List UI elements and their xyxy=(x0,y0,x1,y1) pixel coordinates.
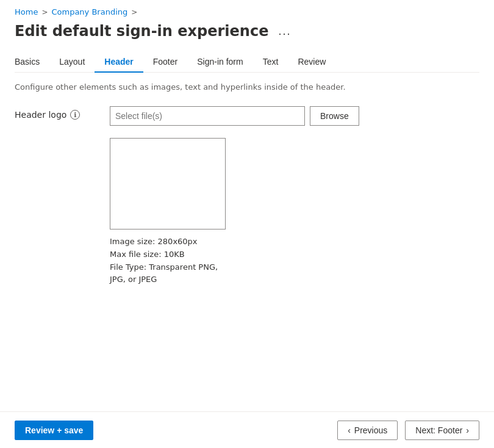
tabs-bar: Basics Layout Header Footer Sign-in form… xyxy=(15,52,479,73)
image-specs: Image size: 280x60px Max file size: 10KB… xyxy=(110,236,479,286)
page-title-row: Edit default sign-in experience ... xyxy=(15,23,479,40)
tab-layout[interactable]: Layout xyxy=(49,52,95,73)
file-input[interactable] xyxy=(110,106,305,126)
image-spec-size: Image size: 280x60px xyxy=(110,236,479,248)
review-save-button[interactable]: Review + save xyxy=(15,421,93,440)
previous-button[interactable]: ‹ Previous xyxy=(337,421,398,440)
section-description: Configure other elements such as images,… xyxy=(15,82,479,92)
image-spec-filesize: Max file size: 10KB xyxy=(110,248,479,261)
image-preview-section: Image size: 280x60px Max file size: 10KB… xyxy=(110,138,479,286)
header-logo-label: Header logo ℹ xyxy=(15,106,100,120)
breadcrumb: Home > Company Branding > xyxy=(15,7,479,16)
next-button[interactable]: Next: Footer › xyxy=(405,421,479,440)
breadcrumb-separator-2: > xyxy=(131,8,137,16)
page-container: Home > Company Branding > Edit default s… xyxy=(0,0,494,335)
chevron-right-icon: › xyxy=(466,425,469,435)
header-logo-label-text: Header logo xyxy=(15,110,66,120)
header-logo-form-row: Header logo ℹ Browse xyxy=(15,106,479,126)
image-spec-filetype-2: JPG, or JPEG xyxy=(110,273,479,286)
tab-signin-form[interactable]: Sign-in form xyxy=(187,52,252,73)
image-preview-box xyxy=(110,138,226,229)
file-input-group: Browse xyxy=(110,106,359,126)
page-title: Edit default sign-in experience xyxy=(15,23,268,40)
previous-label: Previous xyxy=(354,425,387,435)
breadcrumb-company-branding[interactable]: Company Branding xyxy=(51,7,127,16)
tab-header[interactable]: Header xyxy=(95,52,143,73)
browse-button[interactable]: Browse xyxy=(310,106,359,126)
footer-bar: Review + save ‹ Previous Next: Footer › xyxy=(0,411,494,448)
tab-review[interactable]: Review xyxy=(288,52,335,73)
header-logo-info-icon[interactable]: ℹ xyxy=(70,110,80,120)
chevron-left-icon: ‹ xyxy=(348,425,351,435)
more-options-button[interactable]: ... xyxy=(274,24,295,39)
tab-text[interactable]: Text xyxy=(253,52,288,73)
tab-footer[interactable]: Footer xyxy=(143,52,187,73)
next-label: Next: Footer xyxy=(415,425,462,435)
image-spec-filetype-1: File Type: Transparent PNG, xyxy=(110,261,479,274)
breadcrumb-home[interactable]: Home xyxy=(15,7,38,16)
tab-basics[interactable]: Basics xyxy=(15,52,49,73)
breadcrumb-separator-1: > xyxy=(41,8,48,16)
